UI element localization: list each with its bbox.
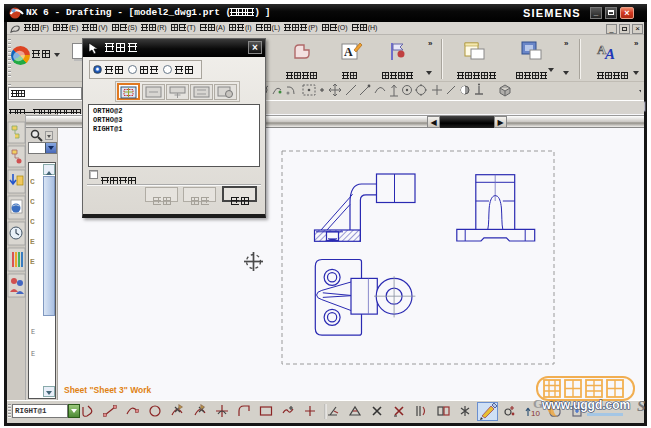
svg-text:10: 10 (531, 409, 540, 418)
svg-text:A: A (604, 46, 615, 62)
svg-text:A: A (344, 45, 353, 59)
